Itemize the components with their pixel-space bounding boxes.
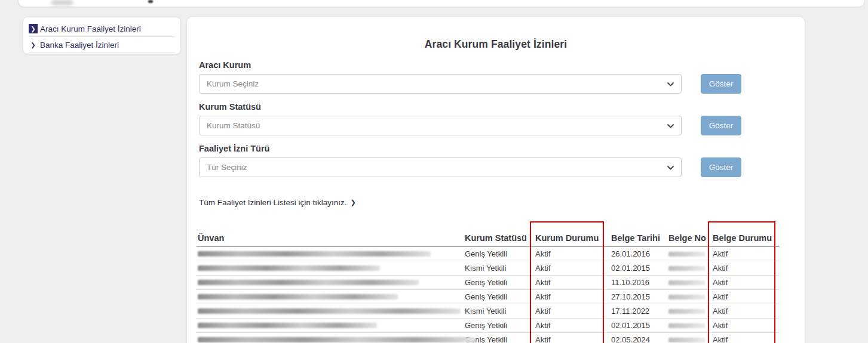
faaliyet-izni-turu-select-value: Tür Seçiniz xyxy=(207,163,247,172)
unvan-redacted-cell xyxy=(197,265,464,271)
redacted-company-name xyxy=(198,251,431,257)
unvan-redacted-cell xyxy=(197,294,464,299)
redacted-belge-no xyxy=(668,280,706,285)
belge-no-redacted-cell xyxy=(667,252,709,257)
redacted-company-name xyxy=(198,308,461,314)
permits-table: ÜnvanKurum StatüsüKurum DurumuBelge Tari… xyxy=(197,217,780,343)
filter-row-araci-kurum: Kurum SeçinizGöster xyxy=(199,74,805,94)
chevron-down-icon xyxy=(667,163,674,172)
kurum-statusu-cell: Geniş Yetkili xyxy=(464,278,534,287)
kurum-durumu-cell: Aktif xyxy=(534,278,610,287)
all-permits-list-link-text: Tüm Faaliyet İzinleri Listesi için tıkla… xyxy=(199,198,347,207)
column-header-kurum-statusu: Kurum Statüsü xyxy=(464,233,534,243)
belge-tarihi-cell: 02.01.2015 xyxy=(610,321,667,330)
column-header-kurum-durumu: Kurum Durumu xyxy=(534,233,610,243)
column-header-belge-no: Belge No xyxy=(667,233,709,243)
sidebar-item-banka-faaliyet-izinleri[interactable]: ❯Banka Faaliyet İzinleri xyxy=(29,37,175,53)
sidebar-item-label: Aracı Kurum Faaliyet İzinleri xyxy=(40,24,141,33)
top-navigation-bar xyxy=(18,0,865,7)
goster-button-faaliyet-izni-turu[interactable]: Göster xyxy=(701,157,741,177)
filter-row-faaliyet-izni-turu: Tür SeçinizGöster xyxy=(199,157,805,177)
kurum-statusu-cell: Geniş Yetkili xyxy=(464,321,534,330)
chevron-right-icon: ❯ xyxy=(351,199,356,206)
table-row[interactable]: Geniş YetkiliAktif27.10.2015Aktif xyxy=(197,290,780,304)
filters-section: Aracı KurumKurum SeçinizGösterKurum Stat… xyxy=(199,60,805,177)
table-header-row: ÜnvanKurum StatüsüKurum DurumuBelge Tari… xyxy=(197,217,780,247)
kurum-statusu-cell: Geniş Yetkili xyxy=(464,292,534,301)
filter-group-kurum-statusu: Kurum StatüsüKurum StatüsüGöster xyxy=(199,102,805,135)
redacted-company-name xyxy=(198,280,419,285)
chevron-right-icon: ❯ xyxy=(29,40,38,50)
belge-tarihi-cell: 11.10.2016 xyxy=(610,278,667,287)
unvan-redacted-cell xyxy=(197,308,464,314)
belge-durumu-cell: Aktif xyxy=(709,264,780,273)
table-row[interactable]: Kısmi YetkiliAktif17.11.2022Aktif xyxy=(197,304,780,319)
belge-tarihi-cell: 17.11.2022 xyxy=(610,307,667,316)
unvan-redacted-cell xyxy=(197,251,464,257)
chevron-down-icon xyxy=(667,121,674,130)
redacted-belge-no xyxy=(668,309,706,314)
belge-no-redacted-cell xyxy=(667,295,709,299)
kurum-statusu-select[interactable]: Kurum Statüsü xyxy=(199,116,682,135)
belge-durumu-cell: Aktif xyxy=(709,278,780,287)
chevron-down-icon xyxy=(667,79,674,88)
goster-button-kurum-statusu[interactable]: Göster xyxy=(701,116,741,135)
belge-no-redacted-cell xyxy=(667,338,709,342)
unvan-redacted-cell xyxy=(197,280,464,285)
main-panel: Aracı Kurum Faaliyet İzinleri Aracı Kuru… xyxy=(186,16,805,343)
redacted-company-name xyxy=(198,337,476,342)
table-row[interactable]: Geniş YetkiliAktif11.10.2016Aktif xyxy=(197,276,780,290)
belge-no-redacted-cell xyxy=(667,309,709,314)
table-row[interactable]: Geniş YetkiliAktif26.01.2016Aktif xyxy=(197,247,780,261)
filter-label-kurum-statusu: Kurum Statüsü xyxy=(199,102,805,112)
kurum-durumu-cell: Aktif xyxy=(534,292,610,301)
belge-no-redacted-cell xyxy=(667,280,709,285)
filter-label-araci-kurum: Aracı Kurum xyxy=(199,60,805,70)
topbar-cutoff-logo xyxy=(51,1,73,5)
sidebar-menu: ❯Aracı Kurum Faaliyet İzinleri❯Banka Faa… xyxy=(23,17,181,54)
redacted-company-name xyxy=(198,294,398,299)
topbar-cutoff-mark xyxy=(148,0,153,3)
sidebar-item-label: Banka Faaliyet İzinleri xyxy=(40,41,119,50)
kurum-durumu-cell: Aktif xyxy=(534,264,610,273)
filter-label-faaliyet-izni-turu: Faaliyet İzni Türü xyxy=(199,144,805,153)
redacted-belge-no xyxy=(668,295,706,299)
page-title: Aracı Kurum Faaliyet İzinleri xyxy=(187,38,805,51)
filter-group-araci-kurum: Aracı KurumKurum SeçinizGöster xyxy=(199,60,805,94)
faaliyet-izni-turu-select[interactable]: Tür Seçiniz xyxy=(199,157,682,177)
table-row[interactable]: Kısmi YetkiliAktif02.01.2015Aktif xyxy=(197,261,780,276)
goster-button-araci-kurum[interactable]: Göster xyxy=(701,74,741,94)
all-permits-list-link[interactable]: Tüm Faaliyet İzinleri Listesi için tıkla… xyxy=(199,198,356,207)
sidebar-item-araci-kurum-faaliyet-izinleri[interactable]: ❯Aracı Kurum Faaliyet İzinleri xyxy=(29,21,175,37)
table-row[interactable]: Geniş YetkiliAktif02.05.2024Aktif xyxy=(197,333,780,343)
chevron-right-icon: ❯ xyxy=(29,24,38,33)
belge-tarihi-cell: 26.01.2016 xyxy=(610,249,667,258)
belge-durumu-cell: Aktif xyxy=(709,249,780,258)
kurum-statusu-cell: Kısmi Yetkili xyxy=(464,307,534,316)
belge-durumu-cell: Aktif xyxy=(709,335,780,343)
belge-tarihi-cell: 02.05.2024 xyxy=(610,335,667,343)
redacted-belge-no xyxy=(668,252,706,257)
column-header-unvan: Ünvan xyxy=(197,233,464,243)
filter-group-faaliyet-izni-turu: Faaliyet İzni TürüTür SeçinizGöster xyxy=(199,144,805,177)
table-row[interactable]: Geniş YetkiliAktif02.01.2015Aktif xyxy=(197,319,780,333)
redacted-belge-no xyxy=(668,323,706,328)
belge-no-redacted-cell xyxy=(667,323,709,328)
kurum-durumu-cell: Aktif xyxy=(534,307,610,316)
kurum-durumu-cell: Aktif xyxy=(534,321,610,330)
belge-tarihi-cell: 27.10.2015 xyxy=(610,292,667,301)
araci-kurum-select-value: Kurum Seçiniz xyxy=(207,79,259,88)
kurum-durumu-cell: Aktif xyxy=(534,249,610,258)
kurum-statusu-cell: Kısmi Yetkili xyxy=(464,264,534,273)
belge-durumu-cell: Aktif xyxy=(709,321,780,330)
redacted-company-name xyxy=(198,323,377,328)
belge-durumu-cell: Aktif xyxy=(709,292,780,301)
belge-no-redacted-cell xyxy=(667,266,709,271)
belge-tarihi-cell: 02.01.2015 xyxy=(610,264,667,273)
redacted-company-name xyxy=(198,265,380,271)
unvan-redacted-cell xyxy=(197,323,464,328)
kurum-statusu-select-value: Kurum Statüsü xyxy=(207,121,260,130)
redacted-belge-no xyxy=(668,338,706,342)
unvan-redacted-cell xyxy=(197,337,464,342)
araci-kurum-select[interactable]: Kurum Seçiniz xyxy=(199,74,682,94)
